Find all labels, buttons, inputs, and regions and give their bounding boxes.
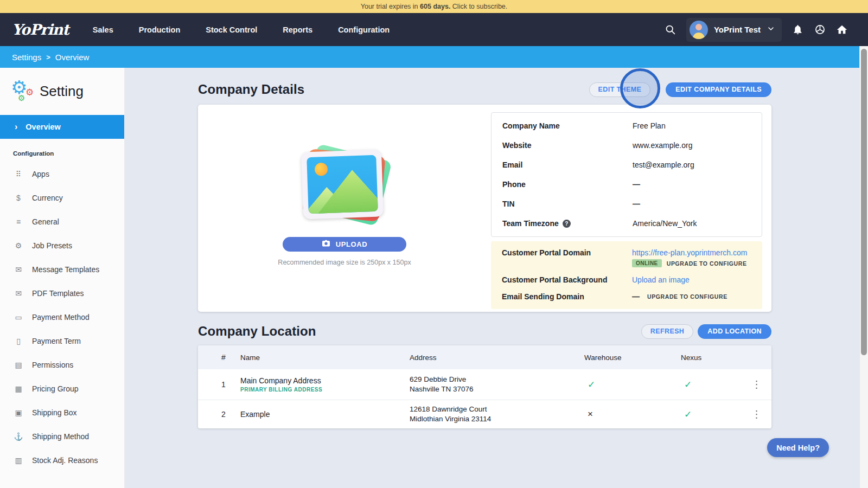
sidebar-item-label: Overview	[25, 123, 61, 131]
company-details-header: Company Details EDIT THEME EDIT COMPANY …	[198, 78, 771, 101]
field-value: —	[633, 180, 640, 189]
sidebar-item-label: Payment Method	[32, 313, 90, 322]
sidebar-item-label: Pricing Group	[32, 384, 79, 393]
sidebar-section-configuration: Configuration	[13, 150, 124, 157]
primary-billing-badge: PRIMARY BILLING ADDRESS	[240, 387, 410, 393]
column-address: Address	[410, 354, 584, 362]
column-num: #	[198, 353, 240, 362]
breadcrumb-overview: Overview	[55, 53, 90, 62]
column-name: Name	[240, 354, 410, 362]
nav-item-sales[interactable]: Sales	[93, 25, 113, 34]
sidebar-item-label: Apps	[32, 170, 49, 178]
gear-red-icon: ⚙	[25, 88, 34, 97]
comment-icon: ▥	[14, 456, 23, 465]
sidebar-item-shipping-box[interactable]: ▣Shipping Box	[0, 401, 124, 425]
sidebar-item-label: Job Presets	[32, 241, 72, 250]
sidebar-item-currency[interactable]: $Currency	[0, 186, 124, 210]
field-label: Phone	[502, 180, 633, 189]
row-actions-menu-button[interactable]: ⋮	[742, 380, 771, 389]
sidebar-item-label: Payment Term	[32, 337, 81, 345]
field-email: Email test@example.org	[502, 155, 751, 175]
field-phone: Phone —	[502, 175, 751, 194]
row-number: 2	[198, 410, 240, 419]
address-line-2: Midlothian Virginia 23114	[410, 414, 584, 424]
sidebar-item-general[interactable]: ≡General	[0, 210, 124, 234]
sun-icon	[315, 163, 328, 176]
portal-label: Customer Portal Background	[502, 275, 632, 284]
warehouse-cross-icon: ×	[584, 409, 681, 420]
clipboard-icon: ▯	[14, 337, 23, 345]
company-details-card: UPLOAD Recommended image size is 250px x…	[198, 105, 771, 312]
envelope-icon: ✉	[14, 265, 23, 274]
field-team-timezone: Team Timezone ? America/New_York	[502, 214, 751, 233]
sidebar-item-label: Permissions	[32, 361, 73, 369]
upload-button[interactable]: UPLOAD	[283, 237, 406, 252]
nav-item-production[interactable]: Production	[139, 25, 181, 34]
row-actions-menu-button[interactable]: ⋮	[742, 409, 771, 419]
company-info-section: Company Name Free Plan Website www.examp…	[491, 105, 762, 312]
breadcrumb: Settings > Overview	[0, 46, 859, 68]
edit-company-details-button[interactable]: EDIT COMPANY DETAILS	[666, 82, 771, 97]
nav-item-stock-control[interactable]: Stock Control	[206, 25, 257, 34]
dollar-icon: $	[14, 194, 23, 202]
sidebar-item-payment-term[interactable]: ▯Payment Term	[0, 329, 124, 353]
sidebar-item-label: Shipping Method	[32, 432, 89, 441]
gear-green-icon: ⚙	[18, 94, 25, 102]
user-menu[interactable]: YoPrint Test	[686, 18, 782, 42]
upload-an-image-link[interactable]: Upload an image	[632, 275, 690, 284]
address-line-1: 629 Debbie Drive	[410, 375, 584, 384]
archive-box-icon: ▣	[14, 408, 23, 417]
yoprint-logo[interactable]: YoPrint	[12, 21, 69, 38]
field-label: Company Name	[502, 121, 633, 130]
sidebar-item-payment-method[interactable]: ▭Payment Method	[0, 305, 124, 329]
sidebar-item-label: General	[32, 217, 59, 226]
table-row: 1 Main Company Address PRIMARY BILLING A…	[198, 369, 771, 400]
field-label: Team Timezone	[502, 219, 559, 228]
sidebar-item-permissions[interactable]: ▤Permissions	[0, 353, 124, 377]
need-help-button[interactable]: Need Help?	[767, 438, 829, 457]
sidebar-item-stock-adj-reasons[interactable]: ▥Stock Adj. Reasons	[0, 448, 124, 472]
sidebar-item-label: Currency	[32, 194, 63, 202]
settings-gears-icon: ⚙ ⚙ ⚙	[11, 79, 35, 104]
help-icon[interactable]: ?	[563, 220, 571, 228]
nav-item-reports[interactable]: Reports	[283, 25, 312, 34]
address-line-2: Nashville TN 37076	[410, 384, 584, 394]
warehouse-check-icon: ✓	[584, 379, 681, 390]
add-location-button[interactable]: ADD LOCATION	[698, 324, 771, 339]
email-domain-value: —	[632, 292, 640, 301]
sidebar-item-apps[interactable]: ⠿Apps	[0, 162, 124, 186]
settings-sidebar: ⚙ ⚙ ⚙ Setting › Overview Configuration ⠿…	[0, 68, 125, 488]
sidebar-item-message-templates[interactable]: ✉Message Templates	[0, 258, 124, 281]
trial-banner-text: Your trial expires in	[361, 3, 420, 10]
search-icon[interactable]	[664, 23, 677, 36]
tune-icon: ≡	[14, 217, 23, 226]
nav-item-configuration[interactable]: Configuration	[338, 25, 390, 34]
avatar	[690, 21, 708, 39]
sidebar-item-job-presets[interactable]: ⚙Job Presets	[0, 234, 124, 258]
trial-banner[interactable]: Your trial expires in 605 days. Click to…	[0, 0, 868, 13]
notifications-bell-icon[interactable]	[791, 23, 804, 36]
nexus-check-icon: ✓	[681, 409, 742, 420]
sidebar-item-pdf-templates[interactable]: ✉PDF Templates	[0, 281, 124, 305]
sidebar-item-pricing-group[interactable]: ▦Pricing Group	[0, 377, 124, 401]
scrollbar-track[interactable]	[859, 46, 868, 488]
field-label: Email	[502, 160, 633, 169]
company-fields: Company Name Free Plan Website www.examp…	[491, 112, 762, 237]
nexus-check-icon: ✓	[681, 379, 742, 390]
refresh-button[interactable]: REFRESH	[641, 324, 694, 339]
field-value: —	[633, 200, 640, 208]
aperture-icon[interactable]	[813, 23, 826, 36]
apps-grid-icon: ⠿	[14, 170, 23, 178]
scrollbar-thumb[interactable]	[861, 49, 867, 355]
sidebar-item-overview[interactable]: › Overview	[0, 115, 124, 139]
location-name: Example	[240, 410, 410, 419]
portal-domain-link[interactable]: https://free-plan.yoprintmerch.com	[632, 248, 747, 257]
sidebar-item-shipping-method[interactable]: ⚓Shipping Method	[0, 425, 124, 448]
portal-background-row: Customer Portal Background Upload an ima…	[502, 275, 751, 284]
breadcrumb-settings[interactable]: Settings	[12, 53, 41, 62]
home-icon[interactable]	[835, 23, 848, 36]
portal-label: Customer Portal Domain	[502, 248, 632, 267]
edit-theme-button[interactable]: EDIT THEME	[589, 82, 651, 97]
envelope-icon: ✉	[14, 289, 23, 298]
ship-icon: ⚓	[14, 432, 23, 441]
